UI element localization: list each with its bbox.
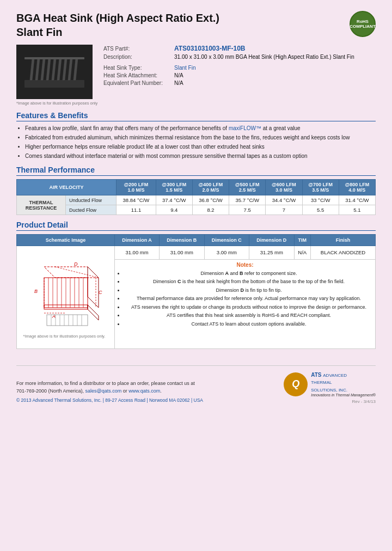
svg-marker-7 — [63, 58, 67, 80]
equiv-label: Equivalent Part Number: — [103, 80, 174, 86]
table-row-unducted: THERMALRESISTANCE Unducted Flow 38.84 °C… — [17, 195, 376, 205]
ducted-300: 9.4 — [156, 205, 192, 215]
ducted-400: 8.2 — [192, 205, 229, 215]
finish-header: Finish — [310, 235, 375, 246]
email-link[interactable]: sales@qats.com — [85, 388, 122, 394]
product-image-box — [16, 45, 93, 99]
feature-item-3: Higher performance helps ensure reliable… — [25, 143, 376, 151]
svg-marker-9 — [74, 58, 78, 80]
svg-rect-0 — [24, 80, 84, 88]
ats-name: ATS ADVANCEDTHERMALSOLUTIONS, INC. — [311, 371, 376, 393]
svg-marker-2 — [35, 58, 40, 80]
footer-left: For more information, to find a distribu… — [16, 380, 203, 404]
svg-text:A: A — [52, 314, 56, 319]
col-600lfm: @600 LFM3.0 M/S — [266, 180, 302, 195]
contact-text: For more information, to find a distribu… — [16, 380, 203, 395]
unducted-400: 36.8 °C/W — [192, 195, 229, 205]
schematic-image-area: A B C D — [19, 248, 110, 346]
dim-d-bold: D — [241, 287, 244, 293]
tim-value: N/A — [294, 246, 310, 260]
part-label: ATS Part#: — [103, 46, 174, 52]
title-line2: Slant Fin — [16, 25, 219, 39]
note-6: ATS certifies that this heat sink assemb… — [124, 312, 373, 320]
description-value: 31.00 x 31.00 x 3.00 mm BGA Heat Sink (H… — [174, 54, 354, 60]
ats-logo-text-block: ATS ADVANCEDTHERMALSOLUTIONS, INC. Innov… — [311, 371, 376, 397]
feature-item-1: Features a low profile, slant fin array … — [25, 125, 376, 132]
unducted-700: 33 °C/W — [302, 195, 339, 205]
feature-item-2: Fabricated from extruded aluminum, which… — [25, 134, 376, 142]
tim-header: TIM — [294, 235, 310, 246]
schematic-header: Schematic Image — [17, 235, 115, 246]
thermal-title: Thermal Performance — [16, 166, 376, 176]
title-line1: BGA Heat Sink (High Aspect Ratio Ext.) — [16, 11, 219, 25]
svg-line-31 — [55, 267, 99, 278]
notes-cell: Notes: Dimension A and B refer to compon… — [115, 259, 376, 348]
ats-logo-q: Q — [284, 372, 308, 396]
ducted-500: 7.5 — [229, 205, 266, 215]
ducted-600: 7 — [266, 205, 302, 215]
rohs-badge: RoHS COMPLIANT — [350, 11, 376, 37]
col-300lfm: @300 LFM1.5 M/S — [156, 180, 192, 195]
unducted-200: 38.84 °C/W — [117, 195, 156, 205]
dim-b-bold: B — [240, 271, 243, 276]
col-800lfm: @800 LFM4.0 M/S — [339, 180, 375, 195]
note-3: Dimension D is fin tip to fin tip. — [124, 287, 373, 295]
col-400lfm: @400 LFM2.0 M/S — [192, 180, 229, 195]
note-4: Thermal performance data are provided fo… — [124, 295, 373, 303]
type-row: Heat Sink Type: Slant Fin — [103, 65, 376, 71]
ducted-200: 11.1 — [117, 205, 156, 215]
dim-a-header: Dimension A — [115, 235, 160, 246]
finish-value: BLACK ANODIZED — [310, 246, 375, 260]
features-title: Features & Benefits — [16, 111, 376, 121]
notes-list: Dimension A and B refer to component siz… — [124, 270, 373, 328]
schematic-cell: A B C D — [17, 246, 115, 349]
equiv-value: N/A — [174, 80, 183, 86]
part-row: ATS Part#: ATS031031003-MF-10B — [103, 45, 376, 52]
notes-title: Notes: — [117, 262, 373, 268]
col-500lfm: @500 LFM2.5 M/S — [229, 180, 266, 195]
features-list: Features a low profile, slant fin array … — [25, 125, 376, 160]
maxiflow-link[interactable]: maxiFLOW™ — [229, 125, 261, 131]
product-image-area: *Image above is for illustration purpose… — [16, 45, 98, 106]
ducted-label: Ducted Flow — [66, 205, 117, 215]
svg-text:D: D — [74, 261, 78, 267]
page: BGA Heat Sink (High Aspect Ratio Ext.) S… — [0, 0, 392, 551]
svg-marker-8 — [68, 58, 72, 80]
product-details-table: ATS Part#: ATS031031003-MF-10B Descripti… — [103, 45, 376, 106]
dim-values-row: A B C D — [17, 246, 376, 260]
thermal-resistance-label: THERMALRESISTANCE — [17, 195, 66, 215]
feature-item-4: Comes standard without interface materia… — [25, 152, 376, 160]
page-title: BGA Heat Sink (High Aspect Ratio Ext.) S… — [16, 11, 219, 39]
description-label: Description: — [103, 54, 174, 60]
unducted-600: 34.4 °C/W — [266, 195, 302, 205]
equiv-row: Equivalent Part Number: N/A — [103, 80, 376, 86]
dim-b-header: Dimension B — [160, 235, 205, 246]
product-image-svg — [19, 47, 90, 96]
page-number: Rev - 3/4/13 — [352, 399, 376, 404]
svg-marker-11 — [44, 267, 99, 278]
dim-b-value: 31.00 mm — [160, 246, 205, 260]
dim-c-bold: C — [177, 279, 181, 284]
schematic-svg: A B C D — [22, 256, 107, 332]
svg-text:C: C — [99, 290, 102, 295]
svg-text:B: B — [34, 289, 38, 294]
product-info-section: *Image above is for illustration purpose… — [16, 45, 376, 106]
unducted-800: 31.4 °C/W — [339, 195, 375, 205]
ducted-800: 5.1 — [339, 205, 375, 215]
website-link[interactable]: www.qats.com — [128, 388, 160, 394]
dim-c-value: 3.00 mm — [204, 246, 249, 260]
note-7: Contact ATS to learn about custom option… — [124, 321, 373, 328]
ats-tagline: Innovations in Thermal Management® — [311, 393, 376, 397]
product-detail-title: Product Detail — [16, 221, 376, 231]
image-note: *Image above is for illustration purpose… — [16, 101, 98, 106]
rohs-line2: COMPLIANT — [350, 24, 376, 29]
description-row: Description: 31.00 x 31.00 x 3.00 mm BGA… — [103, 54, 376, 60]
air-velocity-header: AIR VELOCITY — [17, 180, 117, 195]
note-5: ATS reserves the right to update or chan… — [124, 304, 373, 311]
svg-marker-4 — [46, 58, 51, 80]
header-row: BGA Heat Sink (High Aspect Ratio Ext.) S… — [16, 11, 376, 39]
schematic-note: *Image above is for illustration purpose… — [23, 334, 106, 339]
svg-rect-10 — [24, 57, 84, 59]
svg-marker-6 — [57, 58, 62, 80]
thermal-table: AIR VELOCITY @200 LFM1.0 M/S @300 LFM1.5… — [16, 179, 376, 215]
